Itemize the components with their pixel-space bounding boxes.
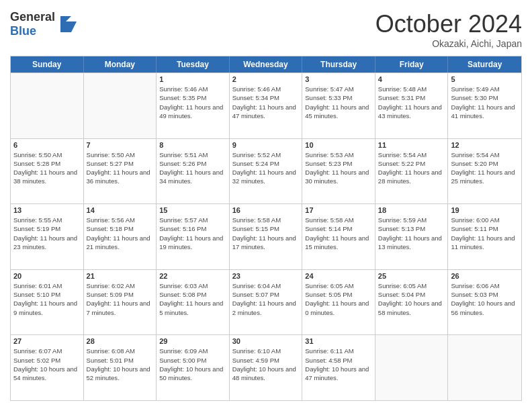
- day-info: Sunrise: 5:46 AMSunset: 5:34 PMDaylight:…: [232, 85, 300, 120]
- header-cell-thursday: Thursday: [302, 56, 375, 73]
- day-info: Sunrise: 6:10 AMSunset: 4:59 PMDaylight:…: [232, 347, 300, 382]
- day-info: Sunrise: 6:04 AMSunset: 5:07 PMDaylight:…: [232, 281, 300, 317]
- day-info: Sunrise: 6:08 AMSunset: 5:01 PMDaylight:…: [87, 347, 154, 382]
- day-number: 20: [13, 272, 81, 280]
- header-cell-tuesday: Tuesday: [157, 56, 230, 73]
- header-cell-friday: Friday: [375, 56, 449, 73]
- day-info: Sunrise: 5:54 AMSunset: 5:22 PMDaylight:…: [378, 150, 445, 186]
- day-number: 16: [232, 206, 300, 214]
- day-info: Sunrise: 6:00 AMSunset: 5:11 PMDaylight:…: [451, 216, 519, 251]
- logo-icon: [55, 13, 77, 35]
- day-info: Sunrise: 6:11 AMSunset: 4:58 PMDaylight:…: [305, 347, 372, 382]
- day-number: 1: [159, 75, 226, 83]
- calendar-row-2: 13Sunrise: 5:55 AMSunset: 5:19 PMDayligh…: [11, 203, 521, 269]
- cal-cell: [84, 73, 157, 138]
- cal-cell: 29Sunrise: 6:09 AMSunset: 5:00 PMDayligh…: [157, 335, 230, 400]
- day-number: 10: [305, 141, 372, 149]
- day-info: Sunrise: 5:55 AMSunset: 5:19 PMDaylight:…: [13, 216, 81, 251]
- cal-cell: 1Sunrise: 5:46 AMSunset: 5:35 PMDaylight…: [157, 73, 230, 138]
- day-info: Sunrise: 5:51 AMSunset: 5:26 PMDaylight:…: [159, 150, 226, 186]
- calendar-row-4: 27Sunrise: 6:07 AMSunset: 5:02 PMDayligh…: [11, 334, 521, 400]
- calendar-row-3: 20Sunrise: 6:01 AMSunset: 5:10 PMDayligh…: [11, 269, 521, 335]
- cal-cell: 12Sunrise: 5:54 AMSunset: 5:20 PMDayligh…: [448, 139, 521, 204]
- day-number: 5: [451, 75, 519, 83]
- cal-cell: 31Sunrise: 6:11 AMSunset: 4:58 PMDayligh…: [302, 335, 375, 400]
- day-number: 25: [378, 272, 445, 280]
- day-number: 17: [305, 206, 372, 214]
- day-info: Sunrise: 5:54 AMSunset: 5:20 PMDaylight:…: [451, 150, 519, 186]
- day-info: Sunrise: 5:47 AMSunset: 5:33 PMDaylight:…: [305, 85, 372, 120]
- cal-cell: 25Sunrise: 6:05 AMSunset: 5:04 PMDayligh…: [375, 270, 449, 335]
- cal-cell: 8Sunrise: 5:51 AMSunset: 5:26 PMDaylight…: [157, 139, 230, 204]
- day-info: Sunrise: 5:57 AMSunset: 5:16 PMDaylight:…: [159, 216, 226, 251]
- cal-cell: 17Sunrise: 5:58 AMSunset: 5:14 PMDayligh…: [302, 204, 375, 269]
- logo: General Blue: [10, 10, 77, 38]
- day-info: Sunrise: 6:03 AMSunset: 5:08 PMDaylight:…: [159, 281, 226, 317]
- cal-cell: 16Sunrise: 5:58 AMSunset: 5:15 PMDayligh…: [230, 204, 303, 269]
- cal-cell: 28Sunrise: 6:08 AMSunset: 5:01 PMDayligh…: [84, 335, 157, 400]
- cal-cell: 19Sunrise: 6:00 AMSunset: 5:11 PMDayligh…: [448, 204, 521, 269]
- cal-cell: 4Sunrise: 5:48 AMSunset: 5:31 PMDaylight…: [375, 73, 449, 138]
- day-number: 18: [378, 206, 445, 214]
- cal-cell: 9Sunrise: 5:52 AMSunset: 5:24 PMDaylight…: [230, 139, 303, 204]
- day-info: Sunrise: 6:09 AMSunset: 5:00 PMDaylight:…: [159, 347, 226, 382]
- cal-cell: 6Sunrise: 5:50 AMSunset: 5:28 PMDaylight…: [11, 139, 84, 204]
- day-info: Sunrise: 5:59 AMSunset: 5:13 PMDaylight:…: [378, 216, 445, 251]
- day-info: Sunrise: 5:49 AMSunset: 5:30 PMDaylight:…: [451, 85, 519, 120]
- calendar-body: 1Sunrise: 5:46 AMSunset: 5:35 PMDaylight…: [11, 73, 521, 400]
- day-number: 13: [13, 206, 81, 214]
- day-info: Sunrise: 5:58 AMSunset: 5:15 PMDaylight:…: [232, 216, 300, 251]
- day-number: 31: [305, 337, 372, 345]
- day-number: 6: [13, 141, 81, 149]
- day-number: 12: [451, 141, 519, 149]
- location: Okazaki, Aichi, Japan: [375, 38, 522, 49]
- title-section: October 2024 Okazaki, Aichi, Japan: [375, 10, 522, 49]
- header: General Blue October 2024 Okazaki, Aichi…: [10, 10, 522, 49]
- day-info: Sunrise: 6:02 AMSunset: 5:09 PMDaylight:…: [87, 281, 154, 317]
- logo-general: General: [10, 10, 55, 24]
- day-info: Sunrise: 6:05 AMSunset: 5:05 PMDaylight:…: [305, 281, 372, 317]
- svg-marker-0: [60, 16, 77, 32]
- day-number: 26: [451, 272, 519, 280]
- day-number: 29: [159, 337, 226, 345]
- page: General Blue October 2024 Okazaki, Aichi…: [0, 0, 532, 411]
- calendar-row-1: 6Sunrise: 5:50 AMSunset: 5:28 PMDaylight…: [11, 138, 521, 204]
- day-info: Sunrise: 5:50 AMSunset: 5:27 PMDaylight:…: [87, 150, 154, 186]
- cal-cell: [11, 73, 84, 138]
- calendar-header: SundayMondayTuesdayWednesdayThursdayFrid…: [11, 56, 521, 73]
- day-number: 24: [305, 272, 372, 280]
- day-info: Sunrise: 6:05 AMSunset: 5:04 PMDaylight:…: [378, 281, 445, 317]
- day-number: 14: [87, 206, 154, 214]
- day-info: Sunrise: 5:48 AMSunset: 5:31 PMDaylight:…: [378, 85, 445, 120]
- cal-cell: 7Sunrise: 5:50 AMSunset: 5:27 PMDaylight…: [84, 139, 157, 204]
- logo-blue: Blue: [10, 24, 55, 38]
- cal-cell: 18Sunrise: 5:59 AMSunset: 5:13 PMDayligh…: [375, 204, 449, 269]
- day-info: Sunrise: 5:58 AMSunset: 5:14 PMDaylight:…: [305, 216, 372, 251]
- day-info: Sunrise: 6:07 AMSunset: 5:02 PMDaylight:…: [13, 347, 81, 382]
- cal-cell: 11Sunrise: 5:54 AMSunset: 5:22 PMDayligh…: [375, 139, 449, 204]
- day-number: 15: [159, 206, 226, 214]
- cal-cell: 23Sunrise: 6:04 AMSunset: 5:07 PMDayligh…: [230, 270, 303, 335]
- day-info: Sunrise: 5:46 AMSunset: 5:35 PMDaylight:…: [159, 85, 226, 120]
- cal-cell: 26Sunrise: 6:06 AMSunset: 5:03 PMDayligh…: [448, 270, 521, 335]
- day-number: 22: [159, 272, 226, 280]
- cal-cell: 30Sunrise: 6:10 AMSunset: 4:59 PMDayligh…: [230, 335, 303, 400]
- cal-cell: 2Sunrise: 5:46 AMSunset: 5:34 PMDaylight…: [230, 73, 303, 138]
- header-cell-sunday: Sunday: [11, 56, 84, 73]
- day-number: 28: [87, 337, 154, 345]
- cal-cell: 5Sunrise: 5:49 AMSunset: 5:30 PMDaylight…: [448, 73, 521, 138]
- day-number: 9: [232, 141, 300, 149]
- cal-cell: 21Sunrise: 6:02 AMSunset: 5:09 PMDayligh…: [84, 270, 157, 335]
- day-number: 30: [232, 337, 300, 345]
- cal-cell: 14Sunrise: 5:56 AMSunset: 5:18 PMDayligh…: [84, 204, 157, 269]
- header-cell-wednesday: Wednesday: [230, 56, 303, 73]
- cal-cell: 15Sunrise: 5:57 AMSunset: 5:16 PMDayligh…: [157, 204, 230, 269]
- day-number: 23: [232, 272, 300, 280]
- day-number: 21: [87, 272, 154, 280]
- day-number: 4: [378, 75, 445, 83]
- day-info: Sunrise: 5:56 AMSunset: 5:18 PMDaylight:…: [87, 216, 154, 251]
- day-number: 2: [232, 75, 300, 83]
- cal-cell: 10Sunrise: 5:53 AMSunset: 5:23 PMDayligh…: [302, 139, 375, 204]
- day-info: Sunrise: 5:52 AMSunset: 5:24 PMDaylight:…: [232, 150, 300, 186]
- cal-cell: 27Sunrise: 6:07 AMSunset: 5:02 PMDayligh…: [11, 335, 84, 400]
